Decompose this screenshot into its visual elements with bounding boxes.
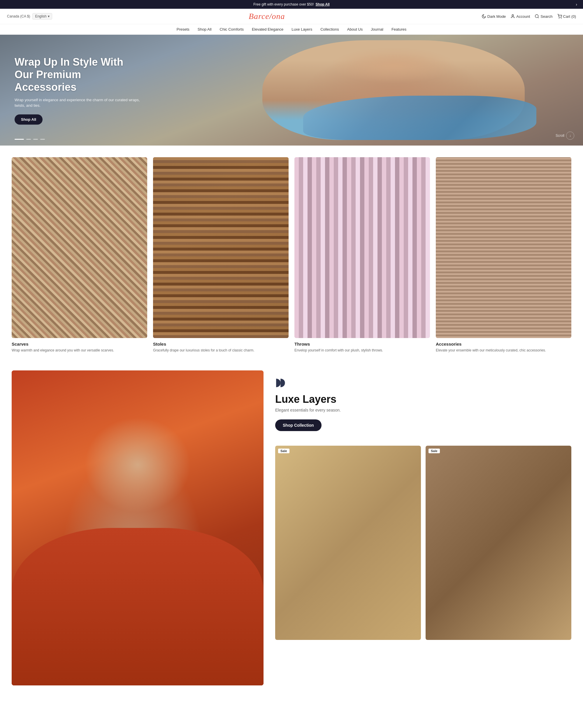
luxe-content: ◗◗ Luxe Layers Elegant essentials for ev…	[275, 370, 571, 640]
announcement-arrow: ›	[576, 2, 577, 7]
account-link[interactable]: Account	[510, 14, 530, 19]
throws-image	[295, 157, 430, 338]
nav-item-about-us[interactable]: About Us	[347, 27, 363, 31]
site-logo[interactable]: Barce/ona	[249, 12, 285, 21]
region-label: Canada (CA $)	[7, 14, 30, 18]
luxe-title: Luxe Layers	[275, 393, 571, 406]
hero-content: Wrap Up In Style With Our Premium Access…	[15, 56, 140, 125]
accessories-image	[436, 157, 571, 338]
stoles-image	[153, 157, 288, 338]
product-card-2[interactable]: Sale	[425, 446, 571, 640]
luxe-subtitle: Elegant essentials for every season.	[275, 408, 571, 412]
utility-right: Dark Mode Account Search Cart (0)	[481, 14, 576, 19]
luxe-shop-collection-button[interactable]: Shop Collection	[275, 419, 322, 431]
logo-part1: Barce	[249, 12, 269, 21]
nav-item-presets[interactable]: Presets	[177, 27, 190, 31]
account-icon	[510, 14, 515, 19]
product-card-1[interactable]: Sale	[275, 446, 421, 640]
scroll-down-icon: ↓	[566, 132, 574, 140]
hero-section: Wrap Up In Style With Our Premium Access…	[0, 35, 583, 146]
hero-scroll-indicator: Scroll ↓	[556, 132, 574, 140]
luxe-model-image	[12, 370, 263, 685]
nav-item-journal[interactable]: Journal	[371, 27, 383, 31]
accessories-texture	[436, 157, 571, 338]
nav-item-elevated-elegance[interactable]: Elevated Elegance	[252, 27, 283, 31]
stoles-texture	[153, 157, 288, 338]
stoles-name: Stoles	[153, 341, 288, 346]
category-grid: Scarves Wrap warmth and elegance around …	[0, 146, 583, 359]
hero-dot-2[interactable]	[26, 139, 31, 140]
svg-point-0	[512, 15, 513, 16]
hero-slide-indicators	[15, 139, 45, 140]
hero-dot-1[interactable]	[15, 139, 24, 140]
cart-icon	[557, 14, 562, 19]
language-label: English	[35, 14, 46, 18]
product1-image	[275, 446, 421, 640]
category-card-accessories[interactable]: Accessories Elevate your ensemble with o…	[436, 157, 571, 353]
hero-dot-4[interactable]	[40, 139, 45, 140]
utility-bar: Canada (CA $) English ▾ Barce/ona Dark M…	[0, 9, 583, 24]
hero-dot-3[interactable]	[33, 139, 38, 140]
svg-line-2	[538, 17, 539, 18]
logo-part2: ona	[272, 12, 285, 21]
main-navigation: Presets Shop All Chic Comforts Elevated …	[0, 24, 583, 35]
nav-item-shop-all[interactable]: Shop All	[198, 27, 212, 31]
luxe-layers-section: ◗◗ Luxe Layers Elegant essentials for ev…	[0, 359, 583, 697]
scarves-texture	[12, 157, 147, 338]
cart-button[interactable]: Cart (0)	[557, 14, 576, 19]
svg-point-3	[559, 18, 559, 18]
search-label: Search	[540, 14, 552, 19]
accessories-description: Elevate your ensemble with our meticulou…	[436, 348, 571, 353]
announcement-cta[interactable]: Shop All	[316, 2, 330, 6]
luxe-logo-icon: ◗◗	[275, 376, 571, 389]
hero-subtitle: Wrap yourself in elegance and experience…	[15, 97, 140, 108]
scarves-image	[12, 157, 147, 338]
dark-mode-toggle[interactable]: Dark Mode	[481, 14, 506, 19]
cart-count: (0)	[571, 14, 576, 19]
scarves-description: Wrap warmth and elegance around you with…	[12, 348, 147, 353]
utility-left: Canada (CA $) English ▾	[7, 13, 52, 20]
search-button[interactable]: Search	[535, 14, 552, 19]
svg-point-4	[561, 18, 561, 18]
category-card-throws[interactable]: Throws Envelop yourself in comfort with …	[295, 157, 430, 353]
language-selector[interactable]: English ▾	[32, 13, 52, 20]
throws-name: Throws	[295, 341, 430, 346]
product-row: Sale Sale	[275, 446, 571, 640]
category-card-scarves[interactable]: Scarves Wrap warmth and elegance around …	[12, 157, 147, 353]
nav-item-collections[interactable]: Collections	[321, 27, 339, 31]
scarves-name: Scarves	[12, 341, 147, 346]
announcement-text: Free gift with every purchase over $50!	[253, 2, 314, 6]
moon-icon	[481, 14, 486, 19]
nav-item-luxe-layers[interactable]: Luxe Layers	[292, 27, 312, 31]
product2-image	[425, 446, 571, 640]
throws-texture	[295, 157, 430, 338]
throws-description: Envelop yourself in comfort with our plu…	[295, 348, 430, 353]
announcement-bar: Free gift with every purchase over $50! …	[0, 0, 583, 9]
cart-label: Cart	[563, 14, 571, 19]
accessories-name: Accessories	[436, 341, 571, 346]
product1-sale-badge: Sale	[278, 448, 289, 453]
nav-item-chic-comforts[interactable]: Chic Comforts	[220, 27, 244, 31]
search-icon	[535, 14, 539, 19]
luxe-image	[12, 370, 263, 685]
scroll-label: Scroll	[556, 134, 564, 138]
stoles-description: Gracefully drape our luxurious stoles fo…	[153, 348, 288, 353]
hero-title: Wrap Up In Style With Our Premium Access…	[15, 56, 140, 94]
hero-scarf	[303, 96, 536, 140]
logo-slash: /	[269, 12, 272, 21]
hero-shop-all-button[interactable]: Shop All	[15, 114, 43, 125]
category-card-stoles[interactable]: Stoles Gracefully drape our luxurious st…	[153, 157, 288, 353]
nav-item-features[interactable]: Features	[391, 27, 406, 31]
luxe-sweater	[12, 528, 263, 685]
account-label: Account	[516, 14, 530, 19]
svg-point-1	[535, 15, 538, 18]
dark-mode-label: Dark Mode	[488, 14, 506, 19]
product2-sale-badge: Sale	[428, 448, 440, 453]
lang-arrow-icon: ▾	[48, 14, 50, 18]
